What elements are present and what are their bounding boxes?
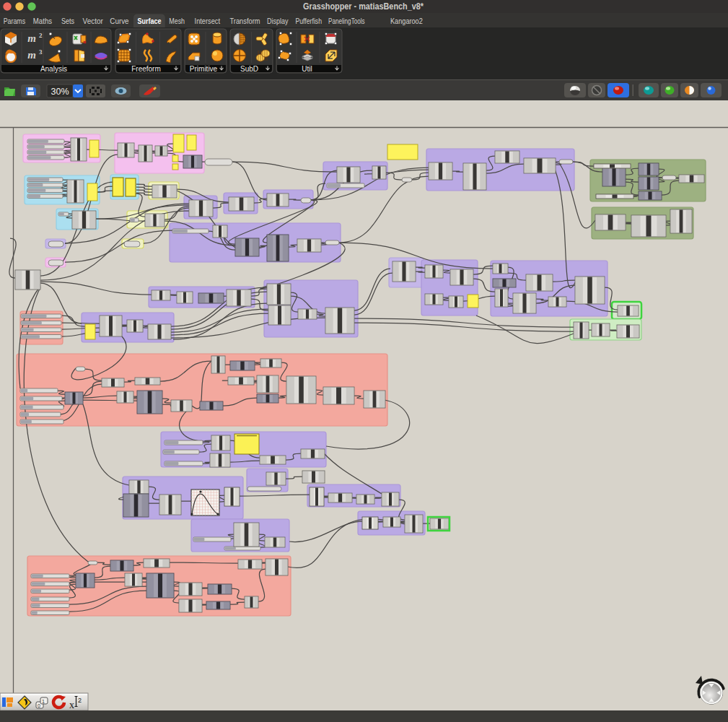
- svg-text:Params: Params: [4, 17, 26, 25]
- svg-text:2: 2: [78, 697, 82, 704]
- svg-text:Vector: Vector: [83, 17, 104, 25]
- svg-text:x: x: [69, 700, 74, 710]
- svg-text:Sets: Sets: [61, 17, 75, 25]
- svg-text:Intersect: Intersect: [195, 17, 220, 25]
- svg-text:1: 1: [42, 699, 45, 704]
- svg-text:2: 2: [39, 32, 43, 39]
- svg-text:SubD: SubD: [240, 65, 258, 73]
- svg-text:Pufferfish: Pufferfish: [296, 17, 323, 25]
- svg-text:Analysis: Analysis: [40, 65, 67, 73]
- svg-text:Freeform: Freeform: [131, 65, 161, 73]
- svg-text:3: 3: [39, 48, 43, 56]
- svg-text:Util: Util: [302, 65, 312, 73]
- svg-text:30%: 30%: [51, 87, 69, 97]
- svg-text:Maths: Maths: [33, 17, 53, 25]
- svg-text:Surface: Surface: [137, 17, 161, 25]
- svg-text:m: m: [27, 32, 36, 44]
- svg-text:Grasshopper - matiasBench_v8*: Grasshopper - matiasBench_v8*: [303, 1, 424, 12]
- svg-text:Primitive: Primitive: [190, 65, 218, 73]
- svg-text:PanelingTools: PanelingTools: [328, 17, 365, 25]
- svg-text:Curve: Curve: [110, 17, 128, 25]
- svg-text:Display: Display: [267, 17, 289, 25]
- svg-text:m: m: [27, 49, 36, 61]
- svg-text:Kangaroo2: Kangaroo2: [390, 17, 423, 25]
- svg-text:0: 0: [38, 703, 40, 708]
- svg-text:Transform: Transform: [230, 17, 260, 25]
- svg-text:Mesh: Mesh: [169, 17, 185, 25]
